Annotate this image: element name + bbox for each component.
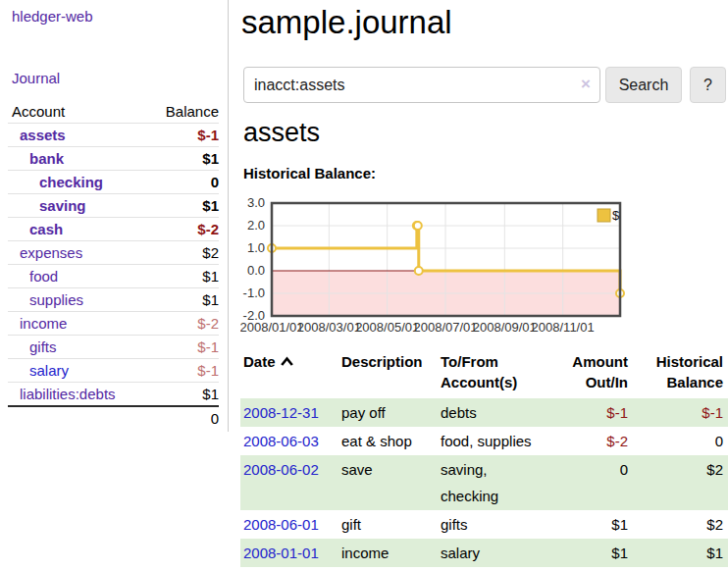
sidebar-account-link[interactable]: supplies bbox=[29, 291, 83, 308]
app-brand: hledger-web bbox=[12, 8, 228, 25]
sidebar-account-row: supplies$1 bbox=[8, 288, 219, 312]
register-date-link[interactable]: 2008-06-03 bbox=[243, 433, 319, 449]
sidebar-account-balance: $2 bbox=[145, 241, 219, 265]
sidebar-account-link[interactable]: food bbox=[29, 268, 58, 285]
sidebar-account-balance: $-2 bbox=[145, 218, 219, 241]
register-date-link[interactable]: 2008-01-01 bbox=[243, 545, 319, 561]
register-row: 2008-06-03eat & shopfood, supplies$-20 bbox=[240, 427, 728, 455]
sidebar-account-link[interactable]: gifts bbox=[29, 338, 57, 355]
sidebar-account-link[interactable]: expenses bbox=[20, 244, 82, 261]
brand-link[interactable]: hledger-web bbox=[12, 8, 93, 25]
sidebar-accounts-table: Account Balance assets$-1bank$1checking0… bbox=[8, 100, 219, 430]
register-row: 2008-06-01giftgifts$1$2 bbox=[240, 510, 728, 539]
register-balance: $2 bbox=[633, 510, 728, 539]
sidebar-account-balance: $1 bbox=[145, 288, 219, 312]
search-bar: × Search ? bbox=[243, 67, 728, 103]
sidebar-account-link[interactable]: salary bbox=[29, 362, 69, 379]
hledger-web-page: hledger-web Journal Account Balance asse… bbox=[0, 0, 728, 571]
svg-text:2008/01/01: 2008/01/01 bbox=[240, 320, 304, 335]
register-date-link[interactable]: 2008-06-01 bbox=[243, 516, 319, 533]
sidebar-account-balance: $1 bbox=[145, 265, 219, 288]
register-amount: $-1 bbox=[557, 398, 633, 427]
sidebar-account-balance: 0 bbox=[145, 171, 219, 194]
sidebar-total-balance: 0 bbox=[145, 406, 219, 430]
svg-text:0.0: 0.0 bbox=[247, 263, 265, 278]
register-accounts: salary bbox=[438, 539, 557, 567]
sidebar-account-row: saving$1 bbox=[8, 194, 219, 218]
chart-title: Historical Balance: bbox=[243, 165, 376, 182]
register-balance: $2 bbox=[633, 455, 728, 510]
register-accounts: food, supplies bbox=[438, 427, 557, 455]
sidebar-total-row: 0 bbox=[8, 406, 219, 430]
sidebar-account-row: assets$-1 bbox=[8, 124, 219, 147]
svg-text:3.0: 3.0 bbox=[247, 196, 265, 210]
svg-text:2.0: 2.0 bbox=[247, 218, 265, 233]
register-description: income bbox=[338, 539, 438, 567]
sidebar-account-link[interactable]: income bbox=[20, 315, 67, 332]
register-balance: 0 bbox=[633, 427, 728, 455]
register-row: 2008-01-01incomesalary$1$1 bbox=[240, 539, 728, 567]
sidebar-account-balance: $-2 bbox=[145, 312, 219, 336]
register-row: 2008-06-02savesaving, checking0$2 bbox=[240, 455, 728, 510]
register-description: gift bbox=[338, 510, 438, 539]
sidebar-account-row: cash$-2 bbox=[8, 218, 219, 241]
account-heading: assets bbox=[243, 116, 320, 149]
nav-journal-link[interactable]: Journal bbox=[12, 70, 60, 86]
svg-text:1.0: 1.0 bbox=[247, 240, 265, 255]
sidebar-account-balance: $1 bbox=[145, 383, 219, 407]
sidebar-account-row: salary$-1 bbox=[8, 359, 219, 383]
search-input-wrap: × bbox=[243, 67, 600, 103]
sidebar-account-row: income$-2 bbox=[8, 312, 219, 336]
sidebar-accounts-body: assets$-1bank$1checking0saving$1cash$-2e… bbox=[8, 124, 219, 407]
register-date-link[interactable]: 2008-12-31 bbox=[243, 404, 319, 421]
register-body: 2008-12-31pay offdebts$-1$-12008-06-03ea… bbox=[240, 398, 728, 567]
svg-text:2008/11/01: 2008/11/01 bbox=[532, 320, 595, 335]
sidebar-accounts-header: Account Balance bbox=[8, 100, 219, 124]
svg-text:-1.0: -1.0 bbox=[243, 286, 265, 300]
sidebar-account-balance: $-1 bbox=[145, 124, 219, 147]
sidebar-account-balance: $1 bbox=[145, 147, 219, 171]
register-amount: $-2 bbox=[557, 427, 633, 455]
sidebar-account-link[interactable]: checking bbox=[39, 174, 103, 190]
register-date-link[interactable]: 2008-06-02 bbox=[243, 461, 319, 478]
register-balance: $-1 bbox=[633, 398, 728, 427]
register-table: Date Description To/From Account(s) Amou… bbox=[240, 351, 728, 567]
svg-text:2008/07/01: 2008/07/01 bbox=[413, 320, 477, 335]
search-button[interactable]: Search bbox=[605, 67, 682, 103]
register-row: 2008-12-31pay offdebts$-1$-1 bbox=[240, 398, 728, 427]
register-description: eat & shop bbox=[338, 427, 438, 455]
date-header-label: Date bbox=[243, 353, 276, 370]
sort-ascending-icon bbox=[280, 351, 294, 372]
historical-balance-chart: $3.02.01.00.0-1.0-2.02008/01/012008/03/0… bbox=[240, 196, 728, 338]
search-input[interactable] bbox=[243, 67, 600, 103]
sidebar-account-balance: $-1 bbox=[145, 359, 219, 383]
sidebar-account-row: gifts$-1 bbox=[8, 336, 219, 359]
sidebar-account-link[interactable]: assets bbox=[20, 127, 66, 143]
help-button[interactable]: ? bbox=[690, 67, 726, 103]
sidebar-account-row: checking0 bbox=[8, 171, 219, 194]
sidebar-account-link[interactable]: bank bbox=[29, 150, 64, 167]
sidebar-account-link[interactable]: cash bbox=[29, 221, 63, 237]
register-amount: $1 bbox=[557, 510, 633, 539]
page-title: sample.journal bbox=[241, 0, 452, 45]
sidebar-account-link[interactable]: liabilities:debts bbox=[20, 386, 116, 402]
register-accounts: saving, checking bbox=[438, 455, 557, 510]
sidebar: hledger-web Journal Account Balance asse… bbox=[0, 0, 229, 432]
accounts-header-balance: Balance bbox=[145, 100, 219, 124]
sidebar-account-row: liabilities:debts$1 bbox=[8, 383, 219, 407]
sidebar-nav: Journal bbox=[12, 70, 228, 86]
clear-search-icon[interactable]: × bbox=[581, 75, 591, 94]
sidebar-account-row: expenses$2 bbox=[8, 241, 219, 265]
sidebar-account-link[interactable]: saving bbox=[39, 197, 86, 214]
accounts-header-account: Account bbox=[8, 100, 145, 124]
register-amount: 0 bbox=[557, 455, 633, 510]
svg-text:2008/09/01: 2008/09/01 bbox=[473, 320, 537, 335]
svg-text:2008/03/01: 2008/03/01 bbox=[297, 320, 361, 335]
register-header-date[interactable]: Date bbox=[240, 351, 338, 398]
register-header-amount: Amount Out/In bbox=[557, 351, 633, 398]
register-accounts: gifts bbox=[438, 510, 557, 539]
svg-text:$: $ bbox=[612, 208, 620, 223]
register-header-row: Date Description To/From Account(s) Amou… bbox=[240, 351, 728, 398]
register-header-description: Description bbox=[338, 351, 438, 398]
register-description: pay off bbox=[338, 398, 438, 427]
